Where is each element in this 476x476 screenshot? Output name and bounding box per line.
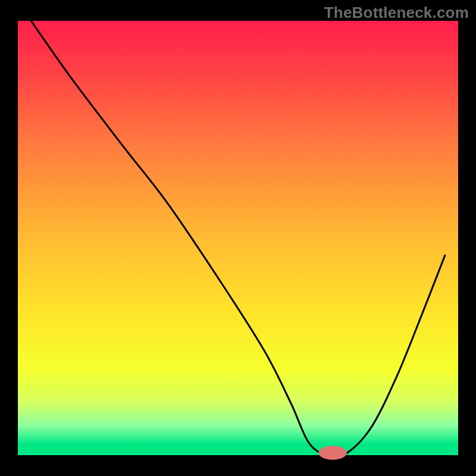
- gradient-background: [18, 21, 458, 444]
- optimal-marker: [318, 446, 346, 459]
- bottleneck-chart: [0, 0, 476, 476]
- chart-frame: { "watermark": "TheBottleneck.com", "cha…: [0, 0, 476, 476]
- green-band: [18, 444, 458, 455]
